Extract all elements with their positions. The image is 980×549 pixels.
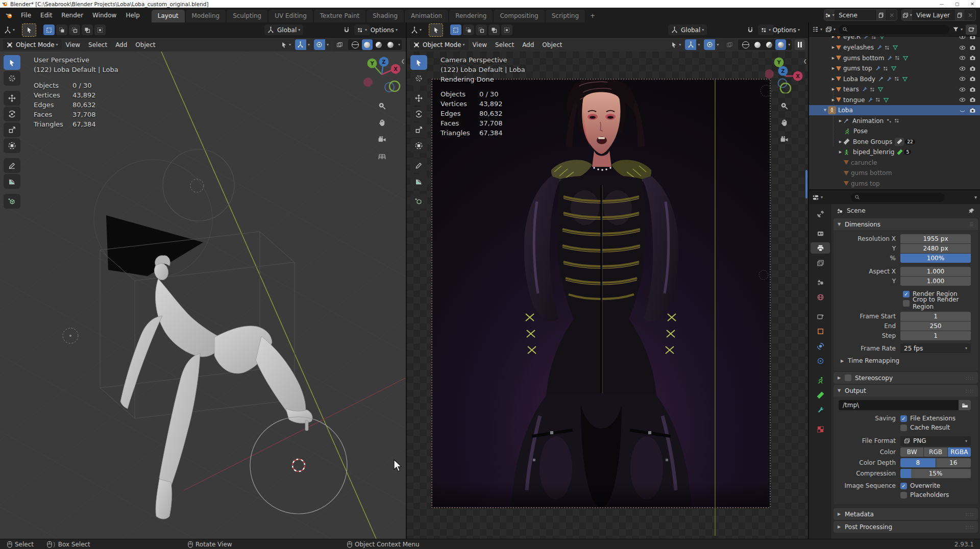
outliner-search-input[interactable] [839, 25, 949, 34]
tab-scripting[interactable]: Scripting [546, 10, 585, 22]
tab-uv-editing[interactable]: UV Editing [268, 10, 313, 22]
editor-type-button[interactable]: ▾ [4, 27, 15, 34]
tab-world[interactable] [813, 291, 828, 303]
panel-dimensions-header[interactable]: ▼Dimensions ☰ [834, 218, 978, 230]
tool-measure[interactable] [4, 174, 20, 189]
menu-select[interactable]: Select [491, 40, 518, 50]
time-remapping-expander[interactable]: ▶ [841, 359, 848, 363]
hide-eye-closed-icon[interactable] [959, 107, 966, 114]
sidebar-collapse-chevron[interactable]: ❮ [803, 59, 807, 64]
panel-post-processing-header[interactable]: ▶Post Processing:::: [834, 521, 978, 533]
tab-scene[interactable] [813, 277, 828, 288]
preset-menu-icon[interactable]: ☰ [969, 222, 974, 227]
outliner-row[interactable]: Pose [809, 126, 980, 136]
snap-toggle-button[interactable] [747, 27, 754, 34]
outliner-row[interactable]: caruncle [809, 158, 980, 168]
render-visibility-icon[interactable] [969, 44, 976, 51]
view-layer-icon[interactable]: ▾ [902, 10, 912, 20]
zoom-icon[interactable] [378, 102, 386, 110]
tool-add-cube[interactable] [410, 194, 427, 209]
transform-orientation-dropdown[interactable]: Global▾ [668, 24, 707, 35]
tool-annotate[interactable] [410, 158, 427, 173]
hide-eye-icon[interactable] [959, 65, 966, 72]
hide-eye-icon[interactable] [959, 96, 966, 103]
new-collection-button[interactable] [966, 24, 977, 35]
tab-physics[interactable] [813, 340, 828, 352]
pin-icon[interactable] [968, 208, 975, 214]
tool-move[interactable] [4, 91, 20, 106]
file-extensions-checkbox[interactable]: ✓File Extensions [900, 415, 971, 422]
outliner-row[interactable]: ▶ Bone Groups 22 [809, 137, 980, 147]
menu-add[interactable]: Add [518, 40, 538, 50]
scene-name-field[interactable]: Scene [835, 12, 875, 19]
select-mode-extend-icon[interactable] [463, 24, 474, 35]
render-visibility-icon[interactable] [969, 65, 976, 72]
tool-annotate[interactable] [4, 158, 20, 173]
scrollbar-thumb[interactable] [805, 170, 807, 198]
shading-rendered-icon[interactable] [385, 39, 396, 50]
minimize-button[interactable]: — [934, 2, 949, 7]
select-mode-subtract-icon[interactable] [69, 24, 80, 35]
filter-dropdown[interactable]: ▾ [952, 26, 963, 33]
color-bw-button[interactable]: BW [900, 447, 923, 457]
select-mode-invert-icon[interactable] [82, 24, 93, 35]
show-object-types-dropdown[interactable]: ▾ [281, 41, 291, 48]
tab-tool[interactable] [813, 208, 828, 219]
output-path-field[interactable]: /tmp\ [839, 400, 971, 410]
outliner-row[interactable]: gums bottom [809, 168, 980, 178]
new-view-layer-button[interactable] [954, 10, 965, 20]
gizmos-toggle[interactable]: ▾ [295, 39, 310, 50]
frame-end-field[interactable]: 250 [900, 321, 971, 331]
delete-view-layer-button[interactable]: ✕ [965, 10, 975, 20]
menu-select[interactable]: Select [84, 40, 111, 50]
menu-view[interactable]: View [469, 40, 491, 50]
tool-select-box[interactable] [4, 55, 20, 70]
delete-scene-button[interactable]: ✕ [886, 10, 897, 20]
tab-texture-paint[interactable]: Texture Paint [314, 10, 366, 22]
show-object-types-dropdown[interactable]: ▾ [671, 41, 681, 48]
shading-material-icon[interactable] [374, 39, 384, 50]
tool-scale[interactable] [4, 122, 20, 137]
select-mode-intersect-icon[interactable] [501, 24, 512, 35]
hide-eye-icon[interactable] [959, 76, 966, 82]
render-visibility-icon[interactable] [969, 55, 976, 61]
add-workspace-button[interactable]: + [586, 10, 599, 22]
menu-add[interactable]: Add [111, 40, 131, 50]
shading-material-icon[interactable] [764, 39, 774, 50]
tab-constraints[interactable] [813, 355, 828, 366]
tab-sculpting[interactable]: Sculpting [227, 10, 268, 22]
hide-eye-icon[interactable] [959, 55, 966, 61]
snap-toggle-button[interactable] [343, 27, 350, 34]
menu-edit[interactable]: Edit [36, 10, 57, 21]
tool-rotate[interactable] [4, 107, 20, 121]
tab-collection[interactable] [813, 311, 828, 322]
maximize-button[interactable]: ▢ [949, 2, 965, 7]
mode-dropdown[interactable]: Object Mode▾ [410, 39, 469, 50]
aspect-x-field[interactable]: 1.000 [900, 267, 971, 276]
depth-16-button[interactable]: 16 [936, 458, 971, 467]
shading-rendered-icon[interactable] [775, 39, 786, 50]
transform-orientation-dropdown[interactable]: Global▾ [264, 24, 303, 35]
active-tool-select-box[interactable] [22, 23, 36, 37]
options-dropdown[interactable]: Options▾ [770, 24, 803, 35]
pan-hand-icon[interactable] [780, 118, 789, 127]
menu-object[interactable]: Object [131, 40, 159, 50]
close-button[interactable]: ✕ [965, 2, 980, 7]
frame-rate-dropdown[interactable]: 25 fps▾ [900, 343, 971, 353]
outliner-row[interactable]: ▶ eye.R [809, 36, 980, 42]
outliner-row[interactable]: ▶ gums bottom [809, 53, 980, 63]
tab-rendering[interactable]: Rendering [449, 10, 493, 22]
outliner-row-selected[interactable]: ▼ Loba [809, 105, 980, 115]
render-visibility-icon[interactable] [969, 36, 976, 40]
editor-type-button[interactable]: ▾ [411, 27, 422, 34]
frame-step-field[interactable]: 1 [900, 331, 971, 340]
select-mode-extend-icon[interactable] [56, 24, 67, 35]
outliner-row[interactable]: ▶ tongue [809, 95, 980, 105]
tool-cursor[interactable] [4, 71, 20, 86]
compression-slider[interactable]: 15% [900, 469, 971, 478]
xray-toggle[interactable] [334, 39, 345, 50]
view-layer-name-field[interactable]: View Layer [912, 12, 954, 19]
tab-compositing[interactable]: Compositing [494, 10, 545, 22]
stereoscopy-checkbox[interactable] [845, 375, 851, 381]
active-tool-select-box[interactable] [429, 23, 443, 37]
